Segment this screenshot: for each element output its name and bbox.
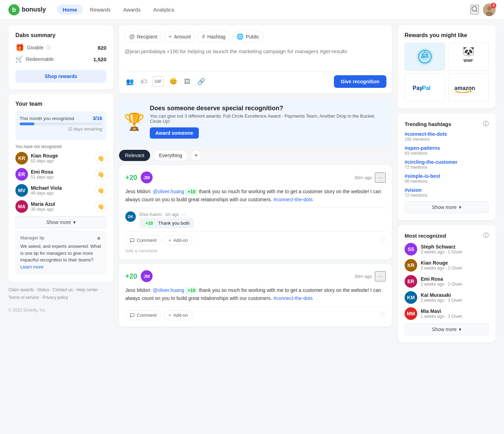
hashtag-item: #simple-is-best 56 mentions <box>405 173 489 184</box>
givable-label: 🎁 Givable ⓘ <box>15 43 51 52</box>
redeemable-value: 1,520 <box>93 56 106 62</box>
like-button[interactable]: ♡ <box>379 236 386 245</box>
comment-section: DK Dhru Katom 1m ago ··· +10 Thank you b… <box>125 208 386 229</box>
filter-relevant[interactable]: Relevant <box>119 150 150 161</box>
award-someone-button[interactable]: Award someone <box>150 127 199 139</box>
user-avatar-wrap[interactable]: 4 <box>483 4 496 16</box>
dabs-summary-card: Dabs summary 🎁 Givable ⓘ 820 🛒 Redeemabl… <box>8 25 113 90</box>
trending-info-icon[interactable]: ⓘ <box>483 120 489 128</box>
member-info: ER Emi Rosa 51 days ago <box>15 168 54 181</box>
footer-link[interactable]: Privacy policy <box>42 295 68 300</box>
reward-item-amazon[interactable]: amazon <box>448 74 489 102</box>
tip-collapse-button[interactable]: ▲ <box>96 234 102 241</box>
recognize-button[interactable]: 👋 <box>95 185 106 196</box>
team-member: KR Kian Rouge 62 days ago 👋 <box>15 152 106 164</box>
post-body: Jess Midori: @oliver.huang +10 thank you… <box>125 188 386 203</box>
addon-button[interactable]: + Add-on <box>164 310 192 320</box>
nav-analytics[interactable]: Analytics <box>148 5 180 15</box>
globe-icon: 🌐 <box>237 33 244 40</box>
shop-rewards-button[interactable]: Shop rewards <box>15 70 106 83</box>
add-comment-prompt[interactable]: Add a comment <box>125 248 386 253</box>
givable-info-icon[interactable]: ⓘ <box>46 44 51 51</box>
team-show-more-button[interactable]: Show more ▾ <box>15 216 106 228</box>
emoji-button[interactable]: 😊 <box>168 76 178 87</box>
nav-home[interactable]: Home <box>57 5 83 15</box>
comment-button[interactable]: Comment <box>125 235 161 245</box>
hashtag-name[interactable]: #circling-the-customer <box>405 159 489 165</box>
member-avatar: MV <box>15 184 28 197</box>
compose-icon-group: 👥 🏷 GIF 😊 🖼 🔗 <box>125 76 206 87</box>
recog-name: Mia Mavi <box>421 308 462 314</box>
hashtag-mentions: 56 mentions <box>405 179 489 184</box>
svg-text:🐼: 🐼 <box>462 47 475 57</box>
post-card: +20 JM 30m ago ··· Jess Midori: @oliver.… <box>119 264 392 327</box>
tip-learn-more-link[interactable]: Learn more <box>20 264 43 270</box>
like-button[interactable]: ♡ <box>379 311 386 320</box>
footer-link[interactable]: Terms of service <box>8 295 39 300</box>
recognize-button[interactable]: 👋 <box>95 201 106 212</box>
progress-row: This month you recognized 3/16 <box>20 115 102 121</box>
recognize-button[interactable]: 👋 <box>95 153 106 164</box>
post-hashtag[interactable]: #connect-the-dots <box>273 197 313 202</box>
footer-link[interactable]: Help center <box>76 287 98 292</box>
link-button[interactable]: 🔗 <box>196 76 206 87</box>
filter-add-button[interactable]: + <box>191 150 201 161</box>
search-button[interactable] <box>470 5 479 14</box>
reward-item-paypal[interactable]: Pay Pal <box>405 74 445 102</box>
post-mention[interactable]: @oliver.huang <box>153 189 184 194</box>
post-time: 30m ago <box>354 274 372 279</box>
amount-chip[interactable]: + Amount <box>164 31 196 42</box>
post-points: +20 <box>125 174 137 182</box>
footer-link[interactable]: Claim awards <box>8 287 34 292</box>
reward-item-wwf[interactable]: 🐼 WWF <box>448 43 489 71</box>
member-info: MV Michael Viola 49 days ago <box>15 184 62 197</box>
post-mention[interactable]: @oliver.huang <box>153 287 184 293</box>
tag-icon-button[interactable]: 🏷 <box>139 76 148 87</box>
trending-show-more-button[interactable]: Show more ▾ <box>405 201 489 213</box>
footer-link[interactable]: Status <box>37 287 49 292</box>
comment-meta: Dhru Katom 1m ago ··· <box>139 211 194 217</box>
public-chip[interactable]: 🌐 Public <box>232 31 264 42</box>
hashtag-name[interactable]: #simple-is-best <box>405 173 489 179</box>
chevron-down-icon: ▾ <box>73 219 76 225</box>
comment-bubble: +10 Thank you both <box>139 218 194 229</box>
people-icon-button[interactable]: 👥 <box>125 76 135 87</box>
cart-icon: 🛒 <box>15 55 23 63</box>
post-actions: Comment + Add-on ♡ <box>125 306 386 320</box>
image-button[interactable]: 🖼 <box>183 76 192 87</box>
hashtag-name[interactable]: #vision <box>405 187 489 193</box>
post-time: 30m ago <box>354 175 372 180</box>
recipient-chip[interactable]: @ Recipient <box>125 31 162 42</box>
give-recognition-button[interactable]: Give recognition <box>334 75 386 88</box>
logo[interactable]: b bonusly <box>8 4 46 15</box>
most-recog-show-more-button[interactable]: Show more ▾ <box>405 323 489 335</box>
comment-button[interactable]: Comment <box>125 310 161 320</box>
filter-everything[interactable]: Everything <box>153 150 188 161</box>
reward-item-wfp[interactable]: WFP <box>405 43 445 71</box>
nav-rewards[interactable]: Rewards <box>84 5 116 15</box>
member-time: 49 days ago <box>31 191 62 196</box>
recognize-button[interactable]: 👋 <box>95 169 106 180</box>
compose-actions: 👥 🏷 GIF 😊 🖼 🔗 Give recognition <box>125 71 386 88</box>
member-avatar: MA <box>15 200 28 213</box>
post-actions: Comment + Add-on ♡ <box>125 231 386 245</box>
post-hashtag[interactable]: #connect-the-dots <box>273 295 313 301</box>
tip-text: We asked, and experts answered: What is … <box>20 243 102 270</box>
hashtag-name[interactable]: #open-patterns <box>405 145 489 151</box>
team-title: Your team <box>15 101 106 107</box>
most-recog-info-icon[interactable]: ⓘ <box>483 232 489 239</box>
compose-textarea[interactable] <box>125 46 386 67</box>
gif-button[interactable]: GIF <box>153 76 164 87</box>
hashtag-mentions: 93 mentions <box>405 151 489 156</box>
post-more-button[interactable]: ··· <box>375 173 386 183</box>
wfp-logo: WFP <box>413 47 437 66</box>
nav-awards[interactable]: Awards <box>118 5 146 15</box>
comment-more-button[interactable]: ··· <box>182 211 186 217</box>
post-more-button[interactable]: ··· <box>375 271 386 281</box>
hashtag-chip[interactable]: # Hashtag <box>197 31 230 42</box>
hashtag-name[interactable]: #connect-the-dots <box>405 131 489 137</box>
compose-card: @ Recipient + Amount # Hashtag 🌐 Public <box>119 25 392 93</box>
svg-text:Pal: Pal <box>422 85 430 91</box>
addon-button[interactable]: + Add-on <box>164 235 192 245</box>
footer-link[interactable]: Contact us <box>53 287 73 292</box>
